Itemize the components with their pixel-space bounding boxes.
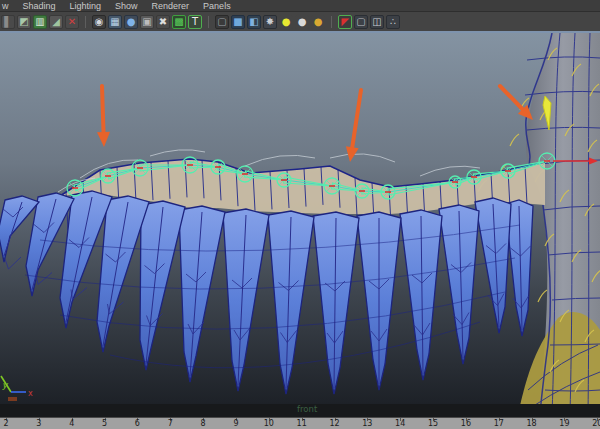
- panel-toolbar: ▌◩▥◢✕◉▦●▣✖▩T▢■◧✸●●●◤▢◫∴: [0, 12, 600, 31]
- frame-number: 15: [428, 419, 438, 428]
- book-icon[interactable]: ▥: [33, 15, 47, 29]
- toolbar-group: ▌◩▥◢✕: [1, 15, 79, 29]
- wire-cube-icon[interactable]: ▢: [215, 15, 229, 29]
- toolbar-group: ◤: [338, 15, 352, 29]
- texture-t-icon[interactable]: T: [188, 15, 202, 29]
- default-light-icon[interactable]: ●: [279, 15, 293, 29]
- frame-number: 14: [395, 419, 405, 428]
- toolbar-separator: [208, 16, 209, 28]
- toolbar-group: ▢■◧✸: [215, 15, 277, 29]
- menu-show[interactable]: Show: [115, 0, 138, 12]
- frame-number: 5: [102, 419, 107, 428]
- green-checker-icon[interactable]: ▩: [172, 15, 186, 29]
- frame-number: 17: [494, 419, 504, 428]
- time-slider[interactable]: 234567891011121314151617181920: [0, 417, 600, 429]
- panel-grid-icon[interactable]: ▦: [108, 15, 122, 29]
- node-share-icon[interactable]: ∴: [386, 15, 400, 29]
- all-lights-icon[interactable]: ●: [295, 15, 309, 29]
- ambient-light-icon[interactable]: ●: [311, 15, 325, 29]
- frame-number: 12: [329, 419, 339, 428]
- frame-number: 7: [168, 419, 173, 428]
- maya-viewport-window: wShadingLightingShowRendererPanels ▌◩▥◢✕…: [0, 0, 600, 429]
- frame-number: 10: [264, 419, 274, 428]
- frame-number: 9: [233, 419, 238, 428]
- no-pin-icon[interactable]: ✕: [65, 15, 79, 29]
- menu-panels[interactable]: Panels: [203, 0, 231, 12]
- checker-x-icon[interactable]: ✖: [156, 15, 170, 29]
- frame-number: 18: [527, 419, 537, 428]
- mesh-arrow-icon[interactable]: ◢: [49, 15, 63, 29]
- snap-icon[interactable]: ◩: [17, 15, 31, 29]
- frame-number: 20: [592, 419, 600, 428]
- axis-x-label: x: [28, 389, 33, 398]
- frame-number: 3: [36, 419, 41, 428]
- menu-shading[interactable]: Shading: [23, 0, 56, 12]
- menu-view-clipped[interactable]: w: [2, 0, 9, 12]
- frame-number: 11: [297, 419, 307, 428]
- frame-number: 13: [362, 419, 372, 428]
- shaded-cube-icon[interactable]: ■: [231, 15, 245, 29]
- cube-icon[interactable]: ▢: [354, 15, 368, 29]
- layers-copy-icon[interactable]: ◫: [370, 15, 384, 29]
- film-icon[interactable]: ✸: [263, 15, 277, 29]
- toolbar-separator: [85, 16, 86, 28]
- frame-number: 4: [69, 419, 74, 428]
- frame-number: 19: [559, 419, 569, 428]
- frame-number: 8: [201, 419, 206, 428]
- panel-menu-bar: wShadingLightingShowRendererPanels: [0, 0, 600, 12]
- toolbar-group: ▢◫∴: [354, 15, 400, 29]
- eye-icon[interactable]: ◉: [92, 15, 106, 29]
- toolbar-group: ●●●: [279, 15, 325, 29]
- frame-number: 16: [461, 419, 471, 428]
- plain-box-icon[interactable]: ▣: [140, 15, 154, 29]
- toolbar-group: ◉▦●▣✖▩T: [92, 15, 202, 29]
- textured-cube-icon[interactable]: ◧: [247, 15, 261, 29]
- camera-name-label: front: [297, 404, 318, 414]
- highlight-select-icon[interactable]: ◤: [338, 15, 352, 29]
- toolbar-separator: [331, 16, 332, 28]
- menu-renderer[interactable]: Renderer: [152, 0, 190, 12]
- clipped-edge-icon[interactable]: ▌: [1, 15, 15, 29]
- frame-number: 6: [135, 419, 140, 428]
- menu-lighting[interactable]: Lighting: [70, 0, 102, 12]
- viewport-3d[interactable]: front y x: [0, 33, 600, 417]
- frame-number: 2: [3, 419, 8, 428]
- sphere-icon[interactable]: ●: [124, 15, 138, 29]
